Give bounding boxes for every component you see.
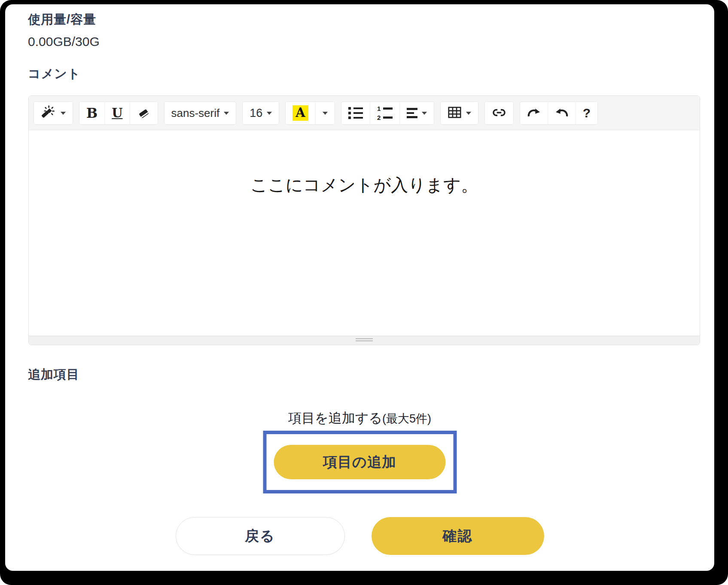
table-icon — [448, 106, 462, 120]
magic-wand-icon — [41, 105, 56, 121]
paragraph-group: 1 2 — [341, 101, 434, 125]
bold-icon: B — [86, 105, 97, 121]
color-group: A — [285, 101, 335, 125]
add-item-button[interactable]: 項目の追加 — [274, 445, 446, 479]
style-group — [34, 101, 73, 125]
add-item-caption: 項目を追加する(最大5件) — [5, 409, 714, 427]
fontsize-group: 16 — [242, 101, 279, 125]
chevron-down-icon — [466, 112, 471, 115]
font-size-dropdown[interactable]: 16 — [243, 102, 279, 124]
ordered-list-button[interactable]: 1 2 — [370, 102, 399, 124]
additional-items-label: 追加項目 — [28, 366, 79, 383]
usage-capacity-value: 0.00GB/30G — [28, 34, 100, 49]
editor-content-area[interactable]: ここにコメントが入ります。 — [29, 130, 700, 336]
editor-content-text: ここにコメントが入ります。 — [250, 175, 478, 194]
help-icon: ? — [583, 106, 591, 120]
magic-style-dropdown-button[interactable] — [34, 102, 73, 124]
chevron-down-icon — [224, 112, 229, 115]
underline-icon: U — [112, 106, 122, 120]
font-size-value: 16 — [250, 107, 262, 120]
undo-icon — [555, 107, 569, 119]
unordered-list-icon — [348, 107, 363, 119]
bold-button[interactable]: B — [79, 102, 104, 124]
paragraph-align-dropdown[interactable] — [399, 102, 434, 124]
font-color-button[interactable]: A — [286, 102, 315, 124]
eraser-icon — [137, 106, 151, 120]
chevron-down-icon — [323, 112, 328, 115]
redo-button[interactable] — [520, 102, 548, 124]
help-button[interactable]: ? — [576, 102, 597, 124]
editor-resize-handle[interactable] — [356, 338, 373, 341]
chevron-down-icon — [422, 112, 427, 115]
chevron-down-icon — [267, 112, 272, 115]
comment-rich-text-editor: B U — [28, 95, 700, 345]
table-group — [440, 101, 478, 125]
back-button[interactable]: 戻る — [176, 517, 345, 555]
unordered-list-button[interactable] — [341, 102, 370, 124]
link-icon — [492, 107, 506, 119]
editor-statusbar — [29, 336, 700, 345]
chevron-down-icon — [61, 112, 66, 115]
add-item-caption-note: (最大5件) — [382, 412, 431, 425]
font-family-dropdown[interactable]: sans-serif — [164, 102, 236, 124]
align-icon — [407, 108, 417, 118]
clear-formatting-button[interactable] — [130, 102, 158, 124]
editor-toolbar: B U — [29, 96, 700, 130]
insert-table-dropdown[interactable] — [441, 102, 478, 124]
fontname-group: sans-serif — [164, 101, 237, 125]
undo-button[interactable] — [548, 102, 576, 124]
form-card: 使用量/容量 0.00GB/30G コメント — [5, 4, 714, 571]
font-color-icon: A — [292, 105, 308, 121]
font-family-value: sans-serif — [171, 107, 220, 120]
comment-label: コメント — [28, 65, 81, 83]
redo-icon — [527, 107, 541, 119]
link-group — [484, 101, 514, 125]
confirm-button[interactable]: 確認 — [372, 517, 544, 555]
add-item-caption-text: 項目を追加する — [288, 410, 382, 426]
underline-button[interactable]: U — [104, 102, 129, 124]
font-style-group: B U — [79, 101, 158, 125]
form-actions: 戻る 確認 — [5, 517, 714, 555]
font-color-dropdown[interactable] — [315, 102, 335, 124]
add-item-button-focus-ring: 項目の追加 — [263, 431, 457, 493]
frame: 使用量/容量 0.00GB/30G コメント — [0, 0, 728, 585]
usage-capacity-label: 使用量/容量 — [28, 11, 96, 28]
insert-link-button[interactable] — [485, 102, 513, 124]
history-group: ? — [520, 101, 598, 125]
ordered-list-icon: 1 2 — [377, 105, 393, 121]
